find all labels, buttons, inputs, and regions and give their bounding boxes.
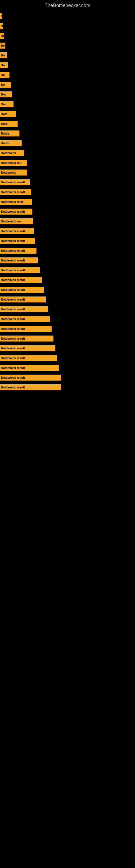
bar-row: Bottleneck [0, 149, 135, 157]
bar-row: Bo [0, 52, 135, 59]
bar-item: B [0, 13, 2, 19]
bar-row: Bottleneck result [0, 354, 135, 362]
bar-item: Bottleneck result [0, 326, 52, 332]
bar-label: Bottleneck result [1, 259, 25, 262]
bar-label: Bottle [1, 132, 9, 135]
bar-item: Bottleneck result [0, 297, 46, 303]
bars-container: BBBoBoBoBoBoBoBotBotBottBottlBottleBottl… [0, 10, 135, 396]
bar-label: Bo [1, 63, 5, 67]
bar-label: Bott [1, 112, 7, 116]
bar-label: Bottleneck result [1, 386, 25, 389]
bar-row: Bottleneck resu [0, 198, 135, 206]
bar-label: Bottleneck result [1, 269, 25, 272]
bar-row: Bottle [0, 140, 135, 147]
bar-item: Bo [0, 33, 4, 39]
bar-row: Bottleneck result [0, 364, 135, 372]
bar-row: Bottleneck result [0, 247, 135, 254]
bar-item: Bottleneck result [0, 287, 44, 293]
bar-label: Bottleneck result [1, 376, 25, 379]
bar-label: Bottleneck result [1, 239, 25, 243]
bar-row: B [0, 22, 135, 30]
bar-label: Bottleneck result [1, 249, 25, 252]
bar-row: Bottleneck result [0, 305, 135, 313]
bar-row: Bottleneck result [0, 325, 135, 333]
bar-row: Bottleneck result [0, 374, 135, 381]
bar-item: Bottleneck result [0, 179, 30, 185]
bar-row: Bottl [0, 120, 135, 127]
bar-item: Bottleneck result [0, 355, 57, 361]
bar-label: B [1, 24, 3, 28]
bar-item: Bottleneck result [0, 306, 48, 312]
bar-label: Bo [1, 54, 5, 57]
bar-label: Bottl [1, 122, 8, 125]
bar-row: Bo [0, 42, 135, 50]
bar-row: Bottleneck result [0, 267, 135, 274]
bar-row: Bottleneck [0, 169, 135, 176]
bar-item: Bo [0, 52, 7, 58]
bar-label: Bottleneck result [1, 210, 25, 213]
bar-item: Bott [0, 111, 16, 117]
bar-item: Bottleneck result [0, 209, 32, 215]
bar-label: B [1, 14, 2, 18]
bar-item: Bottleneck result [0, 248, 37, 254]
bar-item: Bottleneck result [0, 316, 50, 322]
bar-item: Bo [0, 62, 8, 68]
bar-label: Bottleneck res [1, 161, 21, 164]
bar-item: Bottleneck result [0, 267, 40, 273]
bar-item: Bottl [0, 121, 17, 127]
bar-row: Bo [0, 81, 135, 88]
bar-label: Bo [1, 73, 5, 76]
bar-label: Bottleneck [1, 151, 16, 155]
bar-label: Bottleneck result [1, 298, 25, 301]
bar-label: Bottleneck result [1, 308, 25, 311]
bar-item: Bottleneck result [0, 228, 34, 234]
bar-item: Bottleneck result [0, 345, 55, 351]
site-title-container: TheBottlenecker.com [0, 0, 135, 10]
bar-row: Bottleneck result [0, 188, 135, 196]
bar-item: Bottleneck res [0, 160, 27, 166]
bar-item: Bottle [0, 130, 19, 136]
bar-item: Bo [0, 82, 11, 88]
bar-row: Bottleneck result [0, 257, 135, 264]
bar-row: Bo [0, 61, 135, 69]
bar-item: B [0, 23, 3, 29]
bar-item: Bottleneck result [0, 365, 59, 371]
bar-row: Bottleneck result [0, 315, 135, 323]
bar-item: Bottleneck [0, 169, 27, 176]
site-title: TheBottlenecker.com [0, 0, 135, 10]
bar-label: Bottleneck res [1, 220, 21, 223]
bar-row: Bo [0, 32, 135, 40]
bar-row: Bottleneck result [0, 383, 135, 391]
bar-row: Bottleneck result [0, 335, 135, 342]
bar-label: Bottle [1, 142, 9, 145]
bar-label: Bo [1, 44, 5, 47]
bar-label: Bottleneck result [1, 288, 25, 291]
bar-label: Bo [1, 83, 5, 86]
bar-item: Bottleneck resu [0, 199, 32, 205]
bar-row: Bottleneck res [0, 218, 135, 225]
bar-label: Bottleneck result [1, 181, 25, 184]
bar-label: Bot [1, 102, 6, 106]
bar-item: Bottleneck result [0, 375, 61, 380]
bar-item: Bot [0, 91, 12, 97]
bar-label: Bottleneck result [1, 327, 25, 330]
bar-label: Bottleneck result [1, 356, 25, 360]
bar-item: Bo [0, 42, 5, 49]
bar-label: Bo [1, 34, 4, 37]
bar-item: Bottleneck result [0, 257, 38, 264]
bar-row: Bottleneck result [0, 227, 135, 235]
bar-label: Bottleneck result [1, 337, 25, 340]
bar-label: Bottleneck result [1, 317, 25, 321]
bar-item: Bottleneck result [0, 336, 53, 341]
bar-label: Bottleneck resu [1, 200, 23, 204]
bar-row: Bottleneck result [0, 286, 135, 293]
bar-row: Bottleneck result [0, 344, 135, 352]
bar-item: Bottleneck result [0, 277, 42, 283]
bar-item: Bo [0, 72, 9, 78]
bar-item: Bottleneck result [0, 189, 31, 195]
bar-label: Bottleneck result [1, 366, 25, 369]
bar-item: Bot [0, 101, 13, 107]
bar-item: Bottleneck result [0, 238, 35, 244]
bar-label: Bottleneck result [1, 347, 25, 350]
bar-row: Bottleneck result [0, 237, 135, 245]
